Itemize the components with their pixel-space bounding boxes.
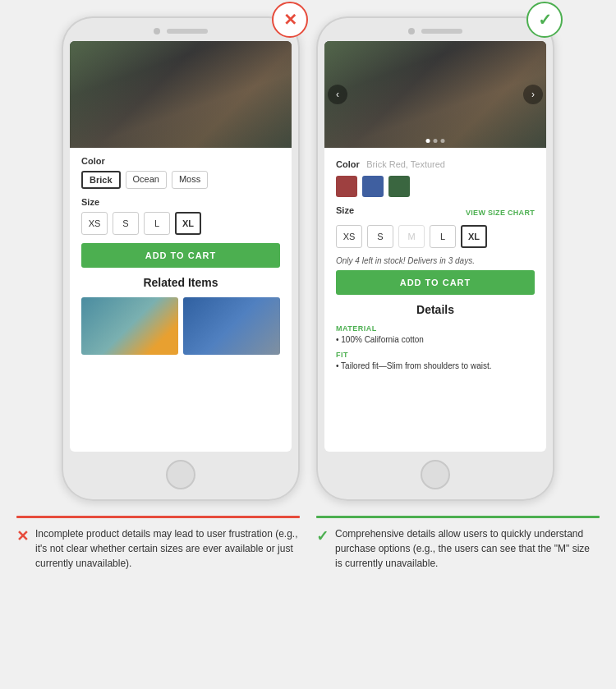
bad-color-label: Color <box>81 156 280 166</box>
good-phone-screen: ‹ › Color Brick Red, Textured <box>324 41 546 452</box>
good-product-image: ‹ › <box>324 41 546 148</box>
bad-annotation: ✕ Incomplete product details may lead to… <box>16 516 300 571</box>
annotations-row: ✕ Incomplete product details may lead to… <box>16 516 600 571</box>
good-size-xl[interactable]: XL <box>461 225 487 248</box>
good-annotation-text: Comprehensive details allow users to qui… <box>335 526 600 571</box>
good-size-options: XS S M L XL <box>336 225 535 248</box>
good-add-to-cart-button[interactable]: ADD TO CART <box>336 270 535 295</box>
bad-size-s[interactable]: S <box>113 212 139 235</box>
bad-phone-speaker <box>167 29 208 34</box>
good-size-label: Size <box>336 205 354 215</box>
good-material-label: MATERIAL <box>336 324 535 333</box>
bad-related-item-1 <box>81 297 178 355</box>
good-size-l[interactable]: L <box>430 225 456 248</box>
good-size-chart-link[interactable]: VIEW SIZE CHART <box>466 209 535 217</box>
good-color-value: Brick Red, Textured <box>366 159 445 169</box>
carousel-prev-button[interactable]: ‹ <box>328 85 347 104</box>
phones-comparison-row: ✕ Color Brick Ocean Moss <box>16 16 600 501</box>
bad-phone-bottom-bar <box>70 460 292 489</box>
bad-product-person-img <box>70 41 292 148</box>
good-size-xs[interactable]: XS <box>336 225 362 248</box>
bad-badge-icon: ✕ <box>283 10 297 30</box>
good-stock-notice: Only 4 left in stock! Delivers in 3 days… <box>336 256 535 265</box>
carousel-dot-1 <box>426 139 430 143</box>
bad-home-button[interactable] <box>166 460 195 489</box>
good-color-label: Color <box>336 159 360 169</box>
bad-phone-container: ✕ Color Brick Ocean Moss <box>62 16 300 501</box>
good-swatch-moss[interactable] <box>388 176 410 197</box>
carousel-dot-3 <box>441 139 445 143</box>
carousel-dot-2 <box>434 139 438 143</box>
bad-phone-screen: Color Brick Ocean Moss Size XS S L XL AD… <box>70 41 292 452</box>
good-fit-label: FIT <box>336 351 535 359</box>
bad-phone-frame: Color Brick Ocean Moss Size XS S L XL AD… <box>62 16 300 501</box>
bad-badge: ✕ <box>272 2 308 38</box>
bad-color-moss[interactable]: Moss <box>172 171 208 189</box>
good-product-person-img <box>324 41 546 148</box>
good-home-button[interactable] <box>421 460 450 489</box>
carousel-dots <box>426 139 445 143</box>
good-phone-frame: ‹ › Color Brick Red, Textured <box>316 16 554 501</box>
good-material-value: • 100% California cotton <box>336 335 535 344</box>
good-phone-speaker <box>421 29 462 34</box>
good-size-header-row: Size VIEW SIZE CHART <box>336 205 535 220</box>
good-details-title: Details <box>336 303 535 316</box>
good-color-swatches <box>336 176 535 197</box>
carousel-next-button[interactable]: › <box>523 85 543 104</box>
good-annotation-icon: ✓ <box>316 527 329 545</box>
bad-related-items-title: Related Items <box>81 276 280 289</box>
bad-size-l[interactable]: L <box>144 212 170 235</box>
bad-related-items-grid <box>81 297 280 355</box>
bad-size-xl[interactable]: XL <box>175 212 201 235</box>
good-phone-bottom-bar <box>324 460 546 489</box>
good-color-row: Color Brick Red, Textured <box>336 156 535 171</box>
bad-product-image <box>70 41 292 148</box>
bad-annotation-body: ✕ Incomplete product details may lead to… <box>16 526 300 571</box>
good-annotation-divider <box>316 516 600 518</box>
bad-screen-content: Color Brick Ocean Moss Size XS S L XL AD… <box>70 148 292 363</box>
bad-add-to-cart-button[interactable]: ADD TO CART <box>81 243 280 268</box>
bad-color-ocean[interactable]: Ocean <box>126 171 167 189</box>
bad-color-options: Brick Ocean Moss <box>81 171 280 189</box>
bad-phone-top-bar <box>70 28 292 34</box>
good-fit-value: • Tailored fit—Slim from shoulders to wa… <box>336 361 535 370</box>
bad-size-options: XS S L XL <box>81 212 280 235</box>
bad-size-xs[interactable]: XS <box>81 212 108 235</box>
bad-color-brick[interactable]: Brick <box>81 171 121 189</box>
bad-phone-camera <box>154 28 160 34</box>
good-screen-content: Color Brick Red, Textured Size VIEW SIZE… <box>324 148 546 385</box>
good-badge-icon: ✓ <box>538 10 552 30</box>
good-phone-top-bar <box>324 28 546 34</box>
good-swatch-ocean[interactable] <box>362 176 384 197</box>
good-badge: ✓ <box>526 2 563 38</box>
good-phone-camera <box>408 28 415 34</box>
bad-related-item-2 <box>183 297 280 355</box>
good-size-s[interactable]: S <box>367 225 393 248</box>
good-annotation-body: ✓ Comprehensive details allow users to q… <box>316 526 600 571</box>
good-swatch-brick[interactable] <box>336 176 357 197</box>
bad-annotation-divider <box>16 516 300 518</box>
bad-annotation-icon: ✕ <box>16 527 29 545</box>
good-phone-container: ✓ ‹ › <box>316 16 554 501</box>
good-annotation: ✓ Comprehensive details allow users to q… <box>316 516 600 571</box>
bad-annotation-text: Incomplete product details may lead to u… <box>35 526 300 571</box>
bad-size-label: Size <box>81 197 280 207</box>
good-size-m: M <box>398 225 425 248</box>
